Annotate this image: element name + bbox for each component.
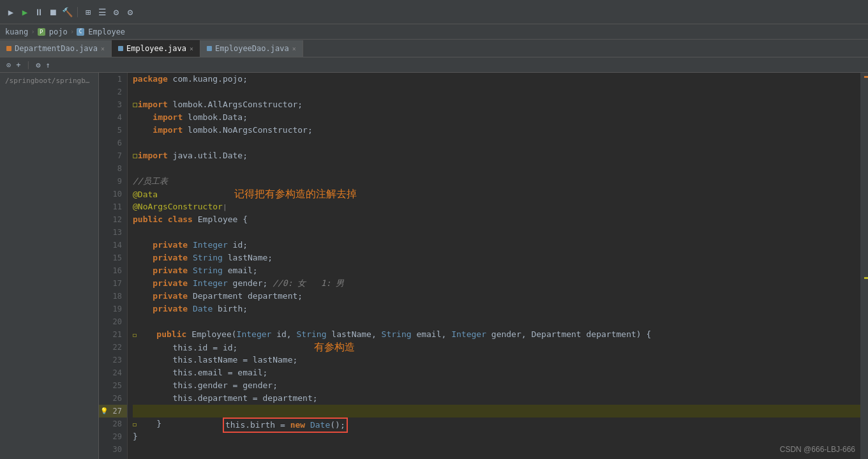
code-line-20: [133, 315, 863, 328]
breadcrumb-employee-label: Employee: [88, 27, 125, 36]
tab-dot-employee: [118, 46, 123, 51]
line-num-26: 26: [99, 392, 127, 405]
code-line-10: @Data记得把有参构造的注解去掉: [133, 188, 863, 200]
tabbar: DepartmentDao.java × Employee.java × Emp…: [0, 40, 868, 57]
breadcrumb-kuang-label: kuang: [5, 27, 28, 36]
code-content[interactable]: package com.kuang.pojo; ◻import lombok.A…: [128, 73, 868, 459]
sec-gear-icon[interactable]: ⚙: [34, 61, 41, 70]
toolbar-gear-icon[interactable]: ⚙: [110, 6, 122, 18]
breadcrumb: kuang › P pojo › C Employee: [0, 24, 868, 40]
breadcrumb-kuang[interactable]: kuang: [5, 27, 28, 36]
code-line-1: package com.kuang.pojo;: [133, 73, 863, 86]
line-num-1: 1: [99, 73, 127, 86]
line-num-3: 3: [99, 98, 127, 111]
code-line-11: @NoArgsConstructor|: [133, 200, 863, 213]
code-line-14: private Integer id;: [133, 239, 863, 252]
line-num-9: 9: [99, 175, 127, 188]
code-line-15: private String lastName;: [133, 252, 863, 264]
line-num-24: 24: [99, 366, 127, 379]
toolbar: ▶ ▶ ⏸ ⏹ 🔨 ⊞ ☰ ⚙ ⚙: [0, 0, 868, 24]
breadcrumb-employee[interactable]: C Employee: [77, 27, 125, 36]
scroll-marker-yellow: [864, 277, 868, 279]
right-scroll: [860, 73, 868, 459]
sec-sync-icon[interactable]: ⊙: [5, 61, 12, 70]
tab-dot-employeedao: [207, 46, 212, 51]
main-area: /springboot/springboot-03-web 1 2 3 4 5 …: [0, 73, 868, 459]
code-line-24: this.email = email;: [133, 366, 863, 379]
code-line-13: [133, 226, 863, 239]
toolbar-icons: ▶ ▶ ⏸ ⏹ 🔨 ⊞ ☰ ⚙ ⚙: [5, 6, 136, 18]
toolbar-build-icon[interactable]: 🔨: [61, 6, 73, 18]
line-num-6: 6: [99, 137, 127, 149]
line-num-5: 5: [99, 124, 127, 137]
code-line-12: public class Employee {: [133, 213, 863, 226]
tab-close-employeedao[interactable]: ×: [292, 45, 296, 52]
tab-employee[interactable]: Employee.java ×: [112, 40, 200, 57]
code-editor[interactable]: 1 2 3 4 5 6 7 8 9 10 11 12 13 14 15 16 1…: [99, 73, 868, 459]
code-line-3: ◻import lombok.AllArgsConstructor;: [133, 98, 863, 111]
scroll-marker-orange: [864, 76, 868, 78]
code-line-23: this.lastName = lastName;: [133, 354, 863, 366]
line-num-16: 16: [99, 264, 127, 277]
code-line-2: [133, 86, 863, 98]
code-line-19: private Date birth;: [133, 303, 863, 315]
sec-up-icon[interactable]: ↑: [45, 61, 52, 70]
code-line-30: [133, 443, 863, 456]
tab-dot-departmentdao: [6, 46, 11, 51]
toolbar-list-icon[interactable]: ☰: [96, 6, 108, 18]
line-num-8: 8: [99, 162, 127, 175]
code-line-8: [133, 162, 863, 175]
code-line-21: ◻ public Employee(Integer id, String las…: [133, 328, 863, 341]
line-num-18: 18: [99, 290, 127, 303]
toolbar-settings-icon[interactable]: ⚙: [124, 6, 136, 18]
tab-employeedao-label: EmployeeDao.java: [215, 44, 289, 53]
line-num-17: 17: [99, 277, 127, 290]
code-line-6: [133, 137, 863, 149]
toolbar-stop-icon[interactable]: ⏹: [47, 6, 59, 18]
secondary-toolbar: ⊙ + | ⚙ ↑: [0, 57, 868, 73]
watermark-text: CSDN @666-LBJ-666: [780, 445, 855, 454]
tab-close-departmentdao[interactable]: ×: [101, 45, 105, 52]
code-line-26: this.department = department;: [133, 392, 863, 405]
tab-departmentdao-label: DepartmentDao.java: [15, 44, 98, 53]
line-num-29: 29: [99, 430, 127, 443]
line-num-21: 21: [99, 328, 127, 341]
breadcrumb-pojo-label: pojo: [49, 27, 68, 36]
code-line-17: private Integer gender; //0: 女 1: 男: [133, 277, 863, 290]
code-line-22: this.id = id;有参构造: [133, 341, 863, 354]
line-num-4: 4: [99, 111, 127, 124]
line-num-10: 10: [99, 188, 127, 200]
line-num-2: 2: [99, 86, 127, 98]
tab-close-employee[interactable]: ×: [190, 45, 193, 52]
line-num-15: 15: [99, 252, 127, 264]
toolbar-run2-icon[interactable]: ▶: [19, 6, 31, 18]
code-line-5: import lombok.NoArgsConstructor;: [133, 124, 863, 137]
tab-employeedao[interactable]: EmployeeDao.java ×: [200, 40, 303, 57]
breadcrumb-pojo[interactable]: P pojo: [38, 27, 68, 36]
code-line-9: //员工表: [133, 175, 863, 188]
left-panel: /springboot/springboot-03-web: [0, 73, 99, 459]
employee-file-icon: C: [77, 28, 84, 36]
code-line-25: this.gender = gender;: [133, 379, 863, 392]
code-line-7: ◻import java.util.Date;: [133, 149, 863, 162]
code-line-4: import lombok.Data;: [133, 111, 863, 124]
left-path: /springboot/springboot-03-web: [0, 75, 98, 86]
line-num-20: 20: [99, 315, 127, 328]
line-num-28: 28: [99, 418, 127, 430]
code-line-18: private Department department;: [133, 290, 863, 303]
line-numbers: 1 2 3 4 5 6 7 8 9 10 11 12 13 14 15 16 1…: [99, 73, 128, 459]
line-num-13: 13: [99, 226, 127, 239]
line-num-14: 14: [99, 239, 127, 252]
line-num-7: 7: [99, 149, 127, 162]
toolbar-grid-icon[interactable]: ⊞: [82, 6, 94, 18]
code-line-16: private String email;: [133, 264, 863, 277]
line-num-30: 30: [99, 443, 127, 456]
line-num-22: 22: [99, 341, 127, 354]
toolbar-run-icon[interactable]: ▶: [5, 6, 17, 18]
line-num-23: 23: [99, 354, 127, 366]
toolbar-pause-icon[interactable]: ⏸: [33, 6, 45, 18]
code-area: 1 2 3 4 5 6 7 8 9 10 11 12 13 14 15 16 1…: [99, 73, 868, 459]
line-num-12: 12: [99, 213, 127, 226]
sec-add-icon[interactable]: +: [15, 61, 22, 70]
tab-departmentdao[interactable]: DepartmentDao.java ×: [0, 40, 112, 57]
